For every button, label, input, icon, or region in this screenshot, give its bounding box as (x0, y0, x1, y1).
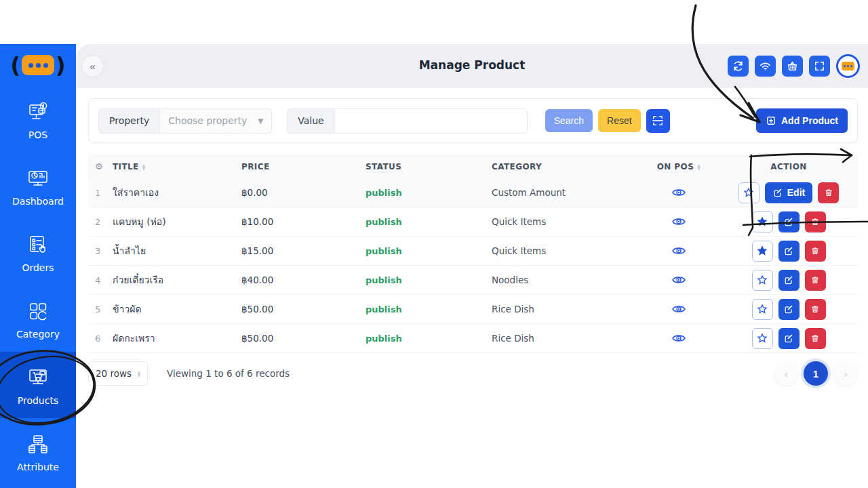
sort-icon: ▲▼ (142, 163, 146, 170)
barcode-scan-button[interactable] (646, 109, 670, 133)
table-row: 1 ใส่ราคาเอง ฿0.00 publish Custom Amount… (88, 178, 858, 207)
product-price: ฿50.00 (241, 333, 366, 344)
rows-per-page-value: 20 rows (96, 368, 132, 379)
value-input[interactable] (334, 108, 528, 134)
sidebar-item-dashboard[interactable]: Dashboard (0, 152, 76, 219)
on-pos-toggle[interactable] (638, 187, 719, 198)
delete-button[interactable] (805, 211, 826, 232)
page-header: « Manage Product (76, 44, 868, 88)
edit-icon (783, 333, 794, 344)
table-row: 3 น้ำลำไย ฿15.00 publish Quick Items (88, 237, 858, 266)
add-product-button[interactable]: Add Product (756, 108, 848, 133)
page-1-button[interactable]: 1 (804, 361, 828, 386)
sidebar-item-products[interactable]: Products (0, 352, 76, 418)
reset-button[interactable]: Reset (598, 109, 641, 132)
column-settings-icon[interactable]: ⚙ (95, 161, 113, 171)
favorite-button[interactable] (752, 211, 773, 232)
basket-button[interactable] (782, 56, 803, 77)
sidebar-item-category[interactable]: Category (0, 285, 76, 352)
row-actions (719, 328, 858, 349)
column-header-status[interactable]: STATUS (366, 162, 492, 171)
edit-button[interactable] (778, 241, 800, 262)
product-title: แคบหมู (ห่อ) (113, 214, 241, 229)
sidebar-item-attribute[interactable]: Attribute (0, 418, 76, 485)
product-category: Custom Amount (492, 187, 638, 198)
eye-icon (671, 245, 686, 256)
property-label: Property (98, 108, 159, 134)
delete-button[interactable] (805, 299, 826, 320)
edit-button[interactable] (778, 211, 800, 232)
rows-per-page-select[interactable]: 20 rows ▲▼ (88, 361, 148, 386)
on-pos-toggle[interactable] (638, 274, 719, 285)
sidebar: ( ) POS Dashboard (0, 44, 76, 488)
status-badge: publish (366, 333, 492, 344)
delete-button[interactable] (805, 270, 826, 291)
status-badge: publish (366, 275, 492, 285)
favorite-button[interactable] (738, 182, 760, 203)
column-header-price[interactable]: PRICE (241, 162, 366, 171)
edit-button[interactable] (778, 328, 800, 349)
sidebar-item-label: Orders (22, 262, 54, 273)
products-monitor-icon (25, 365, 51, 390)
row-number: 2 (95, 217, 113, 227)
on-pos-toggle[interactable] (638, 216, 719, 227)
column-header-category[interactable]: CATEGORY (492, 162, 638, 171)
product-title: ก๋วยเตี๋ยวเรือ (113, 272, 241, 287)
row-actions (719, 241, 858, 262)
table-header-row: ⚙ TITLE ▲▼ PRICE STATUS CATEGORY ON POS … (88, 155, 858, 178)
edit-button[interactable] (778, 270, 800, 291)
product-title: ผัดกะเพรา (113, 331, 241, 346)
favorite-button[interactable] (752, 241, 773, 262)
delete-button[interactable] (805, 328, 826, 349)
wifi-button[interactable] (755, 56, 776, 77)
table-row: 6 ผัดกะเพรา ฿50.00 publish Rice Dish (88, 324, 858, 353)
sidebar-item-pos[interactable]: POS (0, 86, 76, 152)
product-title: น้ำลำไย (113, 243, 241, 258)
on-pos-toggle[interactable] (638, 304, 719, 314)
product-category: Noodles (492, 274, 638, 285)
table-row: 5 ข้าวผัด ฿50.00 publish Rice Dish (88, 295, 858, 324)
next-page-button[interactable]: › (833, 361, 858, 386)
edit-button[interactable]: Edit (765, 182, 812, 203)
on-pos-toggle[interactable] (638, 245, 719, 256)
trash-icon (810, 216, 821, 227)
favorite-button[interactable] (752, 328, 773, 349)
pagination: ‹ 1 › (774, 361, 858, 386)
edit-icon (783, 216, 794, 227)
property-select-value: Choose property (168, 115, 247, 126)
sidebar-item-label: Category (16, 329, 60, 340)
spinner-icon: ▲▼ (137, 370, 140, 377)
edit-button[interactable] (778, 299, 800, 320)
basket-icon (786, 60, 799, 73)
sync-button[interactable] (728, 56, 749, 77)
sidebar-item-orders[interactable]: Orders (0, 219, 76, 285)
row-number: 6 (95, 333, 113, 344)
fullscreen-button[interactable] (809, 56, 830, 77)
property-select[interactable]: Choose property ▼ (159, 108, 272, 134)
product-category: Quick Items (492, 245, 638, 256)
prev-page-button[interactable]: ‹ (774, 361, 798, 386)
avatar-logo (842, 62, 854, 70)
trash-icon (810, 274, 821, 285)
main-content: « Manage Product (76, 44, 868, 488)
column-header-title[interactable]: TITLE ▲▼ (113, 162, 241, 171)
star-filled-icon (757, 216, 768, 227)
product-price: ฿15.00 (241, 245, 366, 256)
column-header-onpos[interactable]: ON POS ▲▼ (638, 162, 719, 171)
on-pos-toggle[interactable] (638, 333, 719, 344)
favorite-button[interactable] (752, 270, 773, 291)
status-badge: publish (366, 246, 492, 256)
sidebar-item-label: Dashboard (12, 196, 64, 207)
favorite-button[interactable] (752, 299, 773, 320)
delete-button[interactable] (805, 241, 826, 262)
filter-bar: Property Choose property ▼ Value Search … (88, 98, 858, 143)
search-button[interactable]: Search (545, 109, 593, 132)
barcode-scan-icon (652, 115, 664, 127)
delete-button[interactable] (818, 182, 839, 203)
sidebar-item-label: Attribute (17, 462, 59, 472)
product-category: Quick Items (492, 216, 638, 227)
status-badge: publish (366, 217, 492, 227)
wifi-icon (759, 60, 772, 73)
user-avatar[interactable] (836, 54, 860, 78)
edit-icon (783, 304, 794, 314)
